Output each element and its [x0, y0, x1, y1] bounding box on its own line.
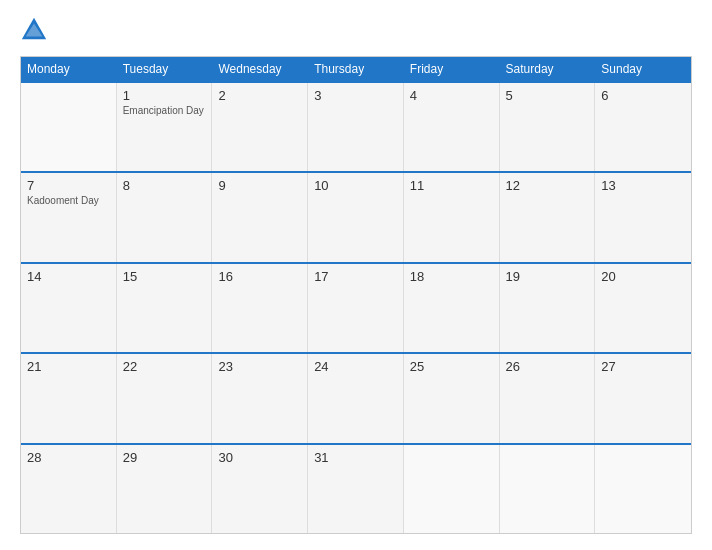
calendar-cell: 29	[117, 445, 213, 533]
day-number: 1	[123, 88, 206, 103]
header	[20, 16, 692, 44]
day-number: 31	[314, 450, 397, 465]
calendar-cell: 2	[212, 83, 308, 171]
day-number: 28	[27, 450, 110, 465]
calendar-cell: 24	[308, 354, 404, 442]
day-header-sunday: Sunday	[595, 57, 691, 81]
calendar-event: Emancipation Day	[123, 105, 206, 116]
logo-icon	[20, 16, 48, 44]
calendar-body: 1Emancipation Day234567Kadooment Day8910…	[21, 81, 691, 533]
calendar-cell: 22	[117, 354, 213, 442]
calendar-cell: 25	[404, 354, 500, 442]
day-number: 29	[123, 450, 206, 465]
calendar-event: Kadooment Day	[27, 195, 110, 206]
calendar-cell: 9	[212, 173, 308, 261]
day-header-friday: Friday	[404, 57, 500, 81]
day-number: 3	[314, 88, 397, 103]
calendar-cell: 4	[404, 83, 500, 171]
calendar-week-1: 1Emancipation Day23456	[21, 81, 691, 171]
calendar-cell: 27	[595, 354, 691, 442]
day-number: 25	[410, 359, 493, 374]
calendar-cell	[21, 83, 117, 171]
calendar-cell: 30	[212, 445, 308, 533]
day-number: 8	[123, 178, 206, 193]
day-header-thursday: Thursday	[308, 57, 404, 81]
calendar-cell: 8	[117, 173, 213, 261]
day-number: 16	[218, 269, 301, 284]
calendar-cell: 7Kadooment Day	[21, 173, 117, 261]
calendar-cell: 17	[308, 264, 404, 352]
calendar-week-2: 7Kadooment Day8910111213	[21, 171, 691, 261]
day-number: 10	[314, 178, 397, 193]
logo	[20, 16, 50, 44]
day-number: 22	[123, 359, 206, 374]
calendar-cell	[595, 445, 691, 533]
calendar-cell	[404, 445, 500, 533]
day-number: 6	[601, 88, 685, 103]
day-number: 17	[314, 269, 397, 284]
day-header-monday: Monday	[21, 57, 117, 81]
calendar-cell: 1Emancipation Day	[117, 83, 213, 171]
day-number: 14	[27, 269, 110, 284]
day-number: 18	[410, 269, 493, 284]
day-number: 19	[506, 269, 589, 284]
calendar-cell	[500, 445, 596, 533]
calendar-cell: 6	[595, 83, 691, 171]
calendar-header: MondayTuesdayWednesdayThursdayFridaySatu…	[21, 57, 691, 81]
calendar-cell: 10	[308, 173, 404, 261]
day-number: 4	[410, 88, 493, 103]
calendar-cell: 12	[500, 173, 596, 261]
day-number: 13	[601, 178, 685, 193]
day-number: 5	[506, 88, 589, 103]
day-number: 2	[218, 88, 301, 103]
calendar-cell: 31	[308, 445, 404, 533]
calendar-cell: 11	[404, 173, 500, 261]
day-header-tuesday: Tuesday	[117, 57, 213, 81]
day-number: 15	[123, 269, 206, 284]
calendar-cell: 23	[212, 354, 308, 442]
calendar-week-3: 14151617181920	[21, 262, 691, 352]
day-number: 12	[506, 178, 589, 193]
calendar-week-5: 28293031	[21, 443, 691, 533]
day-number: 21	[27, 359, 110, 374]
calendar-cell: 16	[212, 264, 308, 352]
day-number: 27	[601, 359, 685, 374]
calendar-cell: 5	[500, 83, 596, 171]
calendar-cell: 14	[21, 264, 117, 352]
calendar-cell: 28	[21, 445, 117, 533]
calendar-cell: 26	[500, 354, 596, 442]
calendar: MondayTuesdayWednesdayThursdayFridaySatu…	[20, 56, 692, 534]
day-header-wednesday: Wednesday	[212, 57, 308, 81]
day-number: 11	[410, 178, 493, 193]
day-header-saturday: Saturday	[500, 57, 596, 81]
calendar-cell: 18	[404, 264, 500, 352]
calendar-cell: 20	[595, 264, 691, 352]
day-number: 20	[601, 269, 685, 284]
day-number: 9	[218, 178, 301, 193]
day-number: 24	[314, 359, 397, 374]
day-number: 30	[218, 450, 301, 465]
day-number: 7	[27, 178, 110, 193]
calendar-cell: 15	[117, 264, 213, 352]
calendar-cell: 3	[308, 83, 404, 171]
calendar-week-4: 21222324252627	[21, 352, 691, 442]
calendar-cell: 21	[21, 354, 117, 442]
page: MondayTuesdayWednesdayThursdayFridaySatu…	[0, 0, 712, 550]
calendar-cell: 19	[500, 264, 596, 352]
calendar-cell: 13	[595, 173, 691, 261]
day-number: 26	[506, 359, 589, 374]
day-number: 23	[218, 359, 301, 374]
